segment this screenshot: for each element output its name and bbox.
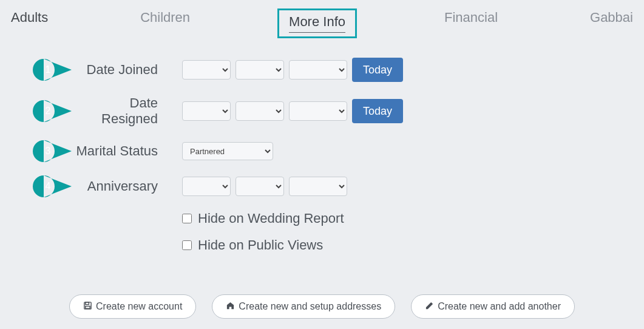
label-marital-status: Marital Status bbox=[72, 143, 164, 159]
home-icon bbox=[226, 301, 235, 313]
svg-rect-1 bbox=[86, 302, 89, 304]
tab-more-info[interactable]: More Info bbox=[277, 8, 357, 38]
row-marital-status: 3 Marital Status Partnered bbox=[0, 140, 644, 162]
svg-rect-2 bbox=[86, 306, 90, 308]
tab-gabbai[interactable]: Gabbai bbox=[585, 8, 638, 38]
anniversary-year[interactable] bbox=[289, 177, 347, 196]
edit-icon bbox=[425, 301, 434, 313]
label-date-joined: Date Joined bbox=[72, 62, 164, 78]
tab-financial[interactable]: Financial bbox=[439, 8, 503, 38]
create-account-button[interactable]: Create new account bbox=[69, 294, 196, 319]
row-date-resigned: 2 Date Resigned Today bbox=[0, 95, 644, 127]
tab-bar: Adults Children More Info Financial Gabb… bbox=[0, 0, 644, 52]
create-account-label: Create new account bbox=[96, 301, 182, 312]
callout-1: 1 bbox=[33, 59, 72, 81]
create-another-button[interactable]: Create new and add another bbox=[411, 294, 575, 319]
tab-children[interactable]: Children bbox=[135, 8, 195, 38]
hide-wedding-label[interactable]: Hide on Wedding Report bbox=[198, 211, 344, 226]
row-hide-public: Hide on Public Views bbox=[182, 237, 644, 253]
create-addresses-label: Create new and setup addresses bbox=[239, 301, 381, 312]
callout-number: 2 bbox=[39, 100, 57, 122]
footer-actions: Create new account Create new and setup … bbox=[0, 294, 644, 319]
save-icon bbox=[83, 301, 92, 313]
hide-public-checkbox[interactable] bbox=[182, 240, 192, 250]
callout-3: 3 bbox=[33, 140, 72, 162]
date-resigned-year[interactable] bbox=[289, 101, 347, 121]
callout-number: 3 bbox=[39, 140, 57, 162]
anniversary-day[interactable] bbox=[236, 177, 284, 196]
row-anniversary: 4 Anniversary bbox=[0, 175, 644, 197]
label-date-resigned: Date Resigned bbox=[72, 95, 164, 127]
hide-wedding-checkbox[interactable] bbox=[182, 214, 192, 223]
date-joined-day[interactable] bbox=[236, 60, 284, 80]
create-another-label: Create new and add another bbox=[438, 301, 561, 312]
row-hide-wedding: Hide on Wedding Report bbox=[182, 211, 644, 226]
callout-2: 2 bbox=[33, 100, 72, 122]
create-addresses-button[interactable]: Create new and setup addresses bbox=[212, 294, 395, 319]
row-date-joined: 1 Date Joined Today bbox=[0, 58, 644, 82]
hide-public-label[interactable]: Hide on Public Views bbox=[198, 237, 323, 253]
callout-4: 4 bbox=[33, 175, 72, 197]
today-button-joined[interactable]: Today bbox=[352, 58, 403, 82]
date-resigned-day[interactable] bbox=[236, 101, 284, 121]
label-anniversary: Anniversary bbox=[72, 178, 164, 194]
callout-number: 4 bbox=[39, 175, 57, 197]
date-joined-year[interactable] bbox=[289, 60, 347, 80]
date-resigned-month[interactable] bbox=[182, 101, 231, 121]
today-button-resigned[interactable]: Today bbox=[352, 99, 403, 123]
tab-adults[interactable]: Adults bbox=[6, 8, 53, 38]
anniversary-month[interactable] bbox=[182, 177, 231, 196]
form-area: 1 Date Joined Today 2 Date Resigned Toda… bbox=[0, 52, 644, 253]
marital-status-select[interactable]: Partnered bbox=[182, 142, 273, 160]
date-joined-month[interactable] bbox=[182, 60, 231, 80]
callout-number: 1 bbox=[39, 59, 57, 81]
